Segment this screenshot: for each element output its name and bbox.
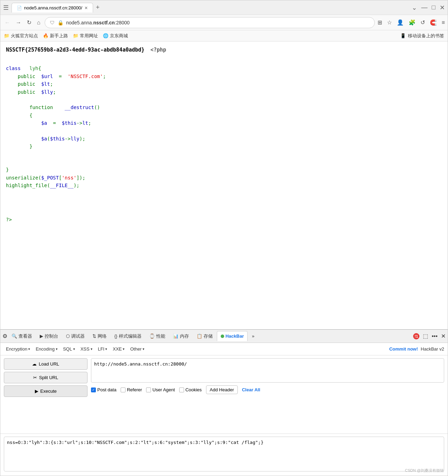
execute-label: Execute — [40, 389, 57, 394]
hackbar-body: ☁ Load URL ✂ Split URL ▶ Execute http://… — [0, 355, 448, 433]
code-var-lt: $lt — [41, 81, 50, 87]
add-header-button[interactable]: Add Header — [206, 385, 238, 394]
execute-button[interactable]: ▶ Execute — [4, 385, 88, 397]
user-agent-checkbox-item[interactable]: User Agent — [146, 387, 175, 392]
folder-icon: 📁 — [73, 33, 78, 38]
account-icon[interactable]: 👤 — [397, 19, 404, 26]
lfi-arrow-icon: ▾ — [105, 347, 107, 351]
encryption-label: Encryption — [6, 346, 27, 352]
referer-label: Referer — [127, 387, 142, 392]
tab-network[interactable]: ⇅ 网络 — [89, 331, 110, 341]
menu-icon[interactable]: ≡ — [442, 20, 445, 26]
xxe-menu[interactable]: XXE ▾ — [111, 345, 127, 353]
bookmark-common[interactable]: 📁 常用网址 — [73, 33, 98, 39]
tab-memory[interactable]: 📊 内存 — [169, 331, 192, 341]
split-url-label: Split URL — [39, 375, 58, 380]
referer-checkbox[interactable] — [121, 387, 126, 392]
tab-style-editor[interactable]: {} 样式编辑器 — [111, 331, 145, 341]
devtools-close-icon[interactable]: ✕ — [441, 333, 446, 339]
watermark: CSDN @刘桑没有烦恼 — [405, 468, 444, 473]
tab-icon: 📄 — [17, 6, 22, 10]
hackbar-tab-label: HackBar — [226, 333, 244, 339]
encoding-menu[interactable]: Encoding ▾ — [33, 345, 59, 353]
commit-now-label[interactable]: Commit now! — [389, 346, 418, 352]
forward-button[interactable]: → — [14, 18, 23, 27]
tab-performance[interactable]: ⌚ 性能 — [146, 331, 169, 341]
tab-hackbar[interactable]: HackBar — [217, 331, 248, 341]
clear-all-button[interactable]: Clear All — [242, 387, 260, 392]
load-url-label: Load URL — [39, 361, 59, 367]
minimize-button[interactable]: — — [421, 4, 427, 11]
devtools-tabs: ⚙ 🔍 查看器 ▶ 控制台 ⬡ 调试器 ⇅ 网络 {} 样式编辑器 — [0, 330, 448, 343]
browser-menu-icon[interactable]: ☰ — [3, 4, 9, 11]
tab-storage[interactable]: 📋 存储 — [193, 331, 216, 341]
devtools-options-icon[interactable]: ••• — [432, 333, 438, 339]
tab-inspector[interactable]: 🔍 查看器 — [8, 331, 36, 341]
lfi-label: LFI — [98, 346, 105, 352]
lfi-menu[interactable]: LFI ▾ — [96, 345, 109, 353]
devtools-inspector-icon: ⚙ — [2, 333, 7, 339]
dropdown-icon[interactable]: ⌄ — [412, 4, 417, 11]
fire-icon: 🔥 — [43, 33, 48, 38]
back-button[interactable]: ← — [3, 18, 12, 27]
tab-more[interactable]: » — [248, 331, 258, 341]
post-data-label: Post data — [97, 387, 116, 392]
xss-arrow-icon: ▾ — [91, 347, 92, 351]
nav-icons: ⊞ ☆ 👤 🧩 ↺ 🧲 ≡ — [378, 19, 445, 26]
bookmark-newbie[interactable]: 🔥 新手上路 — [43, 33, 68, 39]
sql-menu[interactable]: SQL ▾ — [61, 345, 77, 353]
bookmark-star-icon[interactable]: ☆ — [387, 19, 392, 26]
other-menu[interactable]: Other ▾ — [128, 345, 146, 353]
code-str-nssctf: 'NSSCTF.com' — [68, 74, 103, 79]
mobile-bookmarks[interactable]: 📱 移动设备上的书签 — [400, 33, 444, 39]
addons-icon[interactable]: 🧲 — [430, 19, 437, 26]
code-call-a: $a — [41, 136, 47, 141]
bookmark-firefox[interactable]: 📁 火狐官方站点 — [4, 33, 38, 39]
user-agent-label: User Agent — [152, 387, 175, 392]
url-display: node5.anna.nssctf.cn:28000 — [66, 20, 130, 25]
close-button[interactable]: ✕ — [440, 4, 445, 11]
tab-console[interactable]: ▶ 控制台 — [36, 331, 62, 341]
scissors-icon: ✂ — [33, 375, 37, 380]
php-close-tag: ?> — [6, 216, 442, 223]
network-icon: ⇅ — [92, 333, 96, 339]
hackbar-right-panel: http://node5.anna.nssctf.cn:28000/ ✓ Pos… — [91, 358, 444, 431]
style-icon: {} — [114, 333, 117, 339]
active-tab[interactable]: 📄 node5.anna.nssctf.cn:28000/ ✕ — [12, 3, 93, 13]
hackbar-version: HackBar v2 — [421, 346, 444, 352]
load-url-button[interactable]: ☁ Load URL — [4, 358, 88, 370]
referer-checkbox-item[interactable]: Referer — [121, 387, 142, 392]
title-bar: ☰ 📄 node5.anna.nssctf.cn:28000/ ✕ + ⌄ — … — [0, 0, 448, 15]
other-label: Other — [130, 346, 142, 352]
devtools-dock-icon[interactable]: ⬚ — [423, 333, 428, 339]
post-data-input[interactable]: nss=O:3:"lyh":3:{s:3:"url";s:10:"NSSCTF.… — [4, 437, 444, 471]
encoding-label: Encoding — [36, 346, 54, 352]
split-url-button[interactable]: ✂ Split URL — [4, 372, 88, 383]
restore-button[interactable]: □ — [432, 4, 435, 11]
home-button[interactable]: ⌂ — [36, 18, 42, 27]
code-public-1: public — [18, 74, 36, 79]
hackbar-checkboxes: ✓ Post data Referer User Agent Cookies — [91, 385, 444, 394]
new-tab-button[interactable]: + — [93, 2, 102, 13]
tab-close-button[interactable]: ✕ — [84, 6, 88, 10]
title-bar-right: ⌄ — □ ✕ — [412, 4, 445, 11]
code-this-lly: $this — [50, 136, 64, 141]
bookmark-jd[interactable]: 🌐 京东商城 — [103, 33, 128, 39]
code-block: class lyh{ public $url = 'NSSCTF.com'; p… — [6, 57, 442, 213]
cloud-icon: ☁ — [32, 361, 37, 367]
post-data-checkbox[interactable]: ✓ — [91, 387, 96, 392]
history-back-icon[interactable]: ↺ — [420, 19, 425, 26]
post-data-checkbox-item[interactable]: ✓ Post data — [91, 387, 116, 392]
encryption-menu[interactable]: Encryption ▾ — [4, 345, 32, 353]
cookies-checkbox-item[interactable]: Cookies — [179, 387, 202, 392]
url-input[interactable]: http://node5.anna.nssctf.cn:28000/ — [91, 358, 444, 383]
grid-icon[interactable]: ⊞ — [378, 19, 382, 26]
refresh-button[interactable]: ↻ — [25, 18, 33, 27]
user-agent-checkbox[interactable] — [146, 387, 151, 392]
title-bar-left: ☰ — [3, 4, 9, 11]
extensions-icon[interactable]: 🧩 — [409, 19, 416, 26]
tab-debugger[interactable]: ⬡ 调试器 — [62, 331, 88, 341]
address-bar[interactable]: 🛡 🔒 node5.anna.nssctf.cn:28000 — [45, 17, 375, 28]
xss-menu[interactable]: XSS ▾ — [78, 345, 94, 353]
cookies-checkbox[interactable] — [179, 387, 184, 392]
